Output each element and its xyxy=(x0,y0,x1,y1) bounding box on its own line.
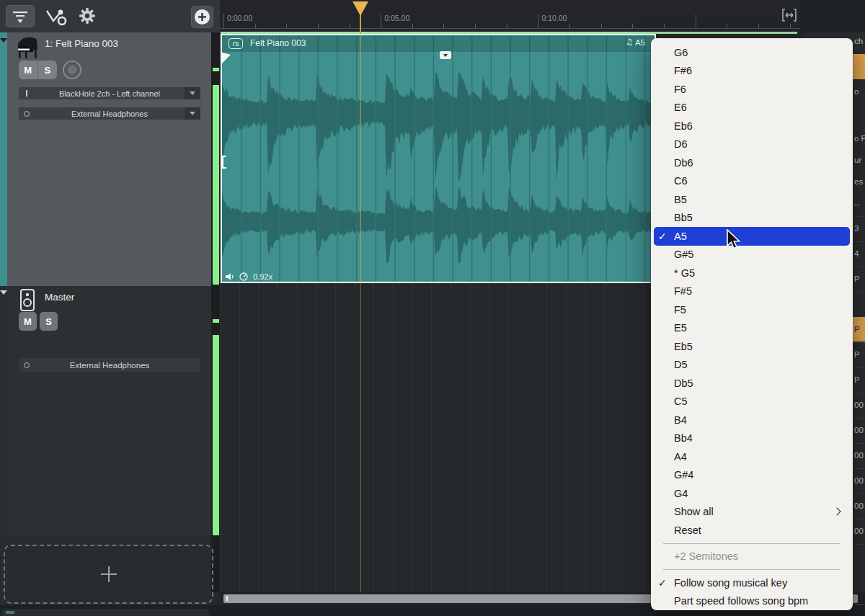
master-header-panel[interactable]: Master M S External Headphones xyxy=(7,286,211,535)
browser-row-separator xyxy=(853,367,865,368)
browser-item-fragment[interactable]: 00 xyxy=(854,527,864,535)
menu-item-e6[interactable]: E6 xyxy=(654,99,850,117)
master-color-strip[interactable] xyxy=(0,286,7,535)
browser-item-fragment[interactable]: 00 xyxy=(854,501,864,510)
playhead-marker[interactable] xyxy=(352,1,368,16)
menu-item-2-semitones[interactable]: +2 Semitones xyxy=(654,548,850,566)
menu-item-label: G#5 xyxy=(674,249,693,260)
track-header-panel[interactable]: 1: Felt Piano 003 M S BlackHole 2ch - Le… xyxy=(7,32,211,286)
menu-item-f-5[interactable]: F#5 xyxy=(654,282,850,301)
track-meter xyxy=(213,85,219,285)
menu-item-e5[interactable]: E5 xyxy=(654,319,850,338)
master-title[interactable]: Master xyxy=(45,292,74,303)
menu-item-follow-song-musical-key[interactable]: ✓Follow song musical key xyxy=(654,573,850,592)
browser-row-separator xyxy=(853,468,865,469)
track-output-selector[interactable]: External Headphones xyxy=(19,107,200,120)
menu-item-c5[interactable]: C5 xyxy=(654,393,850,411)
browser-item-fragment[interactable]: 4 xyxy=(854,249,859,258)
master-solo-button[interactable]: S xyxy=(40,312,58,331)
menu-item-a4[interactable]: A4 xyxy=(654,447,850,466)
menu-item-g5[interactable]: * G5 xyxy=(654,264,850,282)
audio-clip[interactable]: rs Felt Piano 003 ♫ A5 0.92x xyxy=(221,34,656,283)
menu-item-f5[interactable]: F5 xyxy=(654,300,850,319)
settings-gear-icon[interactable] xyxy=(78,6,97,25)
menu-item-eb6[interactable]: Eb6 xyxy=(654,117,850,135)
ruler-tick xyxy=(790,24,791,28)
browser-item-fragment[interactable]: 00 xyxy=(854,401,864,409)
speed-dial-icon[interactable] xyxy=(239,272,249,281)
browser-item-fragment[interactable]: o xyxy=(854,87,859,96)
clip-left-handle[interactable] xyxy=(221,155,227,169)
browser-item-fragment[interactable]: P xyxy=(854,350,860,359)
browser-item-fragment[interactable]: P xyxy=(854,375,860,384)
collapse-tracks-button[interactable] xyxy=(6,5,35,27)
master-mute-button[interactable]: M xyxy=(19,312,37,331)
clip-rs-badge[interactable]: rs xyxy=(229,38,243,49)
input-dropdown-button[interactable] xyxy=(185,87,200,99)
clip-header[interactable]: rs Felt Piano 003 ♫ A5 xyxy=(222,35,655,52)
menu-item-label: D5 xyxy=(674,359,688,370)
master-output-selector[interactable]: External Headphones xyxy=(19,358,200,372)
automation-icon[interactable] xyxy=(43,6,68,27)
clip-speed-label[interactable]: 0.92x xyxy=(253,272,272,281)
output-dropdown-button[interactable] xyxy=(185,107,200,120)
menu-item-db5[interactable]: Db5 xyxy=(654,374,850,393)
menu-item-show-all[interactable]: Show all xyxy=(654,503,850,522)
browser-item-fragment[interactable]: o P xyxy=(854,134,865,143)
menu-item-reset[interactable]: Reset xyxy=(654,521,850,540)
menu-item-label: Follow song musical key xyxy=(674,577,787,589)
menu-item-f6[interactable]: F6 xyxy=(654,80,850,99)
add-track-button[interactable] xyxy=(191,6,213,28)
menu-item-g4[interactable]: G4 xyxy=(654,484,850,503)
menu-item-b5[interactable]: B5 xyxy=(654,190,850,209)
browser-item-fragment[interactable]: ur xyxy=(854,156,861,164)
track-title[interactable]: 1: Felt Piano 003 xyxy=(45,38,118,49)
solo-button[interactable]: S xyxy=(38,61,58,79)
track-color-strip[interactable] xyxy=(0,32,7,286)
menu-item-d6[interactable]: D6 xyxy=(654,135,850,154)
menu-item-eb5[interactable]: Eb5 xyxy=(654,337,850,356)
menu-item-a5[interactable]: ✓A5 xyxy=(654,227,850,246)
browser-row-separator xyxy=(853,393,865,393)
master-mute-wrap: M xyxy=(19,312,37,331)
add-track-dropzone[interactable] xyxy=(4,545,213,604)
menu-item-g-4[interactable]: G#4 xyxy=(654,466,850,485)
menu-item-label: C6 xyxy=(674,175,688,187)
menu-item-b4[interactable]: B4 xyxy=(654,411,850,429)
menu-item-g6[interactable]: G6 xyxy=(654,43,850,62)
browser-item-fragment[interactable]: es xyxy=(854,177,863,186)
clip-pitch-badge[interactable]: ♫ A5 xyxy=(626,37,645,47)
ruler-tick xyxy=(632,24,633,28)
browser-row-separator xyxy=(853,241,865,242)
fit-width-icon[interactable] xyxy=(781,8,797,22)
menu-item-bb4[interactable]: Bb4 xyxy=(654,429,850,448)
menu-item-part-speed-follows-song-bpm[interactable]: Part speed follows song bpm xyxy=(654,592,850,611)
master-collapse-arrow[interactable] xyxy=(0,290,7,295)
browser-item-fragment[interactable]: ch xyxy=(854,37,863,45)
browser-item-fragment[interactable]: 00 xyxy=(854,451,864,460)
ruler-right-cap xyxy=(800,0,865,32)
record-arm-button[interactable] xyxy=(63,61,81,79)
browser-item-fragment[interactable]: P xyxy=(854,274,860,283)
menu-item-d5[interactable]: D5 xyxy=(654,356,850,375)
browser-item-fragment[interactable]: 3 xyxy=(854,224,859,233)
browser-item-fragment[interactable]: 00 xyxy=(854,426,864,434)
bottom-collapsed-panel[interactable] xyxy=(1,609,209,616)
ruler-tick xyxy=(601,24,602,28)
menu-item-db6[interactable]: Db6 xyxy=(654,153,850,172)
browser-item-fragment[interactable]: P xyxy=(854,325,860,334)
speaker-icon[interactable] xyxy=(225,272,234,281)
ruler-tick xyxy=(318,24,319,28)
browser-item-fragment[interactable]: -- xyxy=(854,200,860,208)
menu-item-bb5[interactable]: Bb5 xyxy=(654,209,850,228)
mute-button[interactable]: M xyxy=(19,61,38,79)
browser-item-fragment[interactable]: 00 xyxy=(854,476,864,485)
clip-loop-marker[interactable] xyxy=(440,51,451,59)
track-collapse-arrow[interactable] xyxy=(0,38,7,43)
menu-item-g-5[interactable]: G#5 xyxy=(654,246,850,264)
menu-item-label: C5 xyxy=(674,396,688,407)
menu-item-f-6[interactable]: F#6 xyxy=(654,62,850,81)
menu-item-c6[interactable]: C6 xyxy=(654,172,850,191)
track-input-selector[interactable]: BlackHole 2ch - Left channel xyxy=(19,87,200,99)
track-input-label: BlackHole 2ch - Left channel xyxy=(35,89,185,98)
